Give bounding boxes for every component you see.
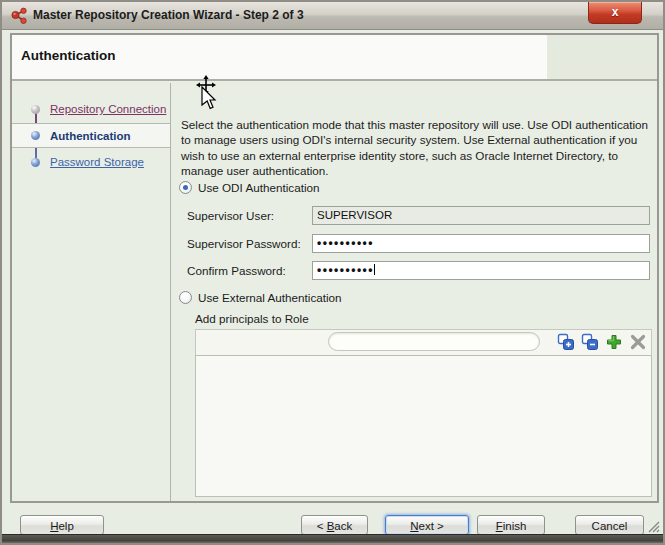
page-title: Authentication xyxy=(21,48,116,63)
confirm-password-label: Confirm Password: xyxy=(187,264,286,277)
step-bullet-icon xyxy=(31,131,40,140)
step-bullet-icon xyxy=(31,158,40,167)
step-bullet-icon xyxy=(31,105,40,114)
wizard-step-sidebar: Repository Connection Authentication Pas… xyxy=(12,83,171,501)
sidebar-item-password-storage[interactable]: Password Storage xyxy=(12,150,170,174)
external-authentication-radio-label[interactable]: Use External Authentication xyxy=(198,291,342,304)
remove-all-icon[interactable] xyxy=(581,333,599,351)
principals-toolbar-icons xyxy=(557,333,647,351)
step-label[interactable]: Repository Connection xyxy=(50,103,166,115)
confirm-password-field[interactable]: •••••••••• xyxy=(312,261,650,280)
odi-authentication-radio-label[interactable]: Use ODI Authentication xyxy=(198,181,320,194)
supervisor-user-label: Supervisor User: xyxy=(187,209,274,222)
odi-authentication-radio-row: Use ODI Authentication xyxy=(179,181,320,194)
titlebar[interactable]: Master Repository Creation Wizard - Step… xyxy=(2,2,663,30)
window-bottom-frame xyxy=(0,534,665,543)
odi-authentication-radio[interactable] xyxy=(179,181,192,194)
wizard-main-pane: Select the authentication mode that this… xyxy=(171,83,657,501)
next-button[interactable]: Next > xyxy=(385,515,469,535)
external-authentication-radio[interactable] xyxy=(179,291,192,304)
resize-grip[interactable] xyxy=(647,520,660,533)
supervisor-password-field[interactable]: •••••••••• xyxy=(312,234,650,253)
masked-password-value: •••••••••• xyxy=(317,263,374,277)
supervisor-password-label: Supervisor Password: xyxy=(187,237,301,250)
back-button[interactable]: < Back xyxy=(301,515,368,535)
add-all-icon[interactable] xyxy=(557,333,575,351)
delete-icon[interactable] xyxy=(629,333,647,351)
description-text: Select the authentication mode that this… xyxy=(181,117,651,179)
cancel-button[interactable]: Cancel xyxy=(575,515,644,535)
wizard-header: Authentication xyxy=(12,35,657,81)
close-button[interactable]: x xyxy=(588,2,642,24)
step-label: Authentication xyxy=(50,130,131,142)
wizard-content-box: Authentication Repository Connection Aut… xyxy=(10,33,659,503)
window-title: Master Repository Creation Wizard - Step… xyxy=(33,2,304,29)
odi-app-icon xyxy=(10,7,28,25)
external-authentication-radio-row: Use External Authentication xyxy=(179,291,342,304)
mouse-cursor xyxy=(193,75,229,119)
step-label[interactable]: Password Storage xyxy=(50,156,144,168)
sidebar-item-authentication[interactable]: Authentication xyxy=(12,123,170,148)
text-caret xyxy=(374,264,375,275)
principals-list[interactable] xyxy=(195,355,652,497)
finish-button[interactable]: Finish xyxy=(477,515,545,535)
masked-password-value: •••••••••• xyxy=(317,236,374,250)
sidebar-item-repository-connection[interactable]: Repository Connection xyxy=(12,97,170,121)
principals-search-input[interactable] xyxy=(328,332,540,351)
add-principals-label: Add principals to Role xyxy=(195,312,309,325)
help-button[interactable]: Help xyxy=(20,515,104,535)
supervisor-user-field[interactable]: SUPERVISOR xyxy=(312,206,650,225)
header-decoration xyxy=(547,35,657,79)
add-icon[interactable] xyxy=(605,333,623,351)
wizard-window: Master Repository Creation Wizard - Step… xyxy=(0,0,665,545)
